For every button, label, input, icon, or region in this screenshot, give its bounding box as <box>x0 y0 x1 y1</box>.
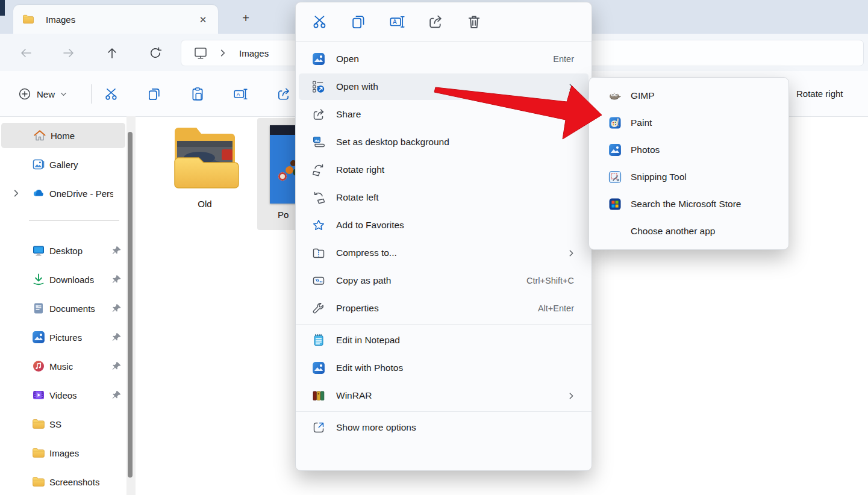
cut-button[interactable] <box>102 85 120 103</box>
paint-app-icon <box>608 116 622 129</box>
breadcrumb-this-pc[interactable] <box>193 46 208 60</box>
menu-item-edit-in-notepad[interactable]: Edit in Notepad <box>299 327 589 353</box>
copy-as-path-icon <box>312 274 325 287</box>
paste-button[interactable] <box>189 85 207 103</box>
videos-icon <box>32 388 45 402</box>
gallery-icon <box>32 158 45 171</box>
menu-item-open-with[interactable]: Open with <box>299 73 589 100</box>
submenu-item-paint[interactable]: Paint <box>592 109 785 136</box>
sidebar-item-screenshots[interactable]: Screenshots <box>0 469 125 494</box>
sidebar-item-onedrive[interactable]: OneDrive - Perso <box>0 181 125 206</box>
photos-app-icon <box>312 361 325 375</box>
submenu-item-choose-another-app[interactable]: Choose another app <box>592 217 785 244</box>
documents-icon <box>32 302 45 315</box>
context-menu: Open Enter Open with Share <box>295 2 592 471</box>
share-icon <box>312 108 325 121</box>
menu-item-properties[interactable]: Properties Alt+Enter <box>299 295 589 322</box>
sidebar-item-desktop[interactable]: Desktop <box>0 238 125 263</box>
new-button[interactable]: New <box>12 83 73 105</box>
menu-item-add-to-favorites[interactable]: Add to Favorites <box>299 212 589 238</box>
menu-item-open[interactable]: Open Enter <box>299 46 589 72</box>
refresh-button[interactable] <box>146 43 165 63</box>
context-menu-items: Open Enter Open with Share <box>296 42 592 441</box>
file-tile-old-folder[interactable]: Old <box>164 120 246 209</box>
close-tab-icon[interactable]: ✕ <box>195 12 211 28</box>
show-more-options-icon <box>312 421 325 434</box>
rename-button[interactable] <box>387 12 407 31</box>
forward-button[interactable] <box>59 43 78 63</box>
snipping-tool-app-icon <box>608 170 622 184</box>
back-button[interactable] <box>16 43 36 63</box>
pin-icon <box>112 332 122 342</box>
copy-button[interactable] <box>145 85 163 103</box>
trash-icon <box>466 14 482 30</box>
share-button[interactable] <box>426 12 445 31</box>
sidebar-item-music[interactable]: Music <box>0 353 125 379</box>
menu-item-copy-as-path[interactable]: Copy as path Ctrl+Shift+C <box>299 267 589 294</box>
downloads-icon <box>32 273 45 286</box>
copy-icon <box>351 14 366 30</box>
menu-item-share[interactable]: Share <box>299 101 589 128</box>
tab-title: Images <box>46 14 75 25</box>
rotate-right-toolbar-label[interactable]: Rotate right <box>796 89 843 99</box>
menu-item-set-desktop-background[interactable]: Set as desktop background <box>299 129 589 155</box>
up-button[interactable] <box>102 43 122 63</box>
sidebar-item-gallery[interactable]: Gallery <box>0 152 125 177</box>
share-button[interactable] <box>275 85 293 103</box>
breadcrumb-images[interactable]: Images <box>239 48 269 58</box>
toolbar-separator <box>91 84 92 104</box>
new-tab-button[interactable]: + <box>237 9 255 27</box>
folder-icon <box>32 417 45 431</box>
menu-item-winrar[interactable]: WinRAR <box>299 382 589 409</box>
sidebar-scrollbar-thumb[interactable] <box>128 132 133 478</box>
cut-icon <box>312 14 328 30</box>
rotate-left-icon <box>312 191 325 204</box>
sidebar-item-ss[interactable]: SS <box>0 411 125 437</box>
submenu-item-photos[interactable]: Photos <box>592 136 785 163</box>
delete-button[interactable] <box>464 12 484 31</box>
menu-item-edit-with-photos[interactable]: Edit with Photos <box>299 355 589 381</box>
notepad-app-icon <box>312 334 325 347</box>
background-window-fragment <box>0 0 5 16</box>
pool-ball <box>286 166 293 174</box>
cut-button[interactable] <box>310 12 329 31</box>
this-pc-icon <box>193 46 208 60</box>
photos-app-icon <box>312 52 325 66</box>
pin-icon <box>112 390 122 400</box>
folder-icon <box>22 13 34 25</box>
sidebar-item-videos[interactable]: Videos <box>0 382 125 408</box>
folder-icon <box>32 475 45 488</box>
menu-divider <box>296 411 592 412</box>
explorer-tab-images[interactable]: Images ✕ <box>13 5 218 34</box>
microsoft-store-app-icon <box>608 198 622 211</box>
rename-icon <box>389 14 405 30</box>
back-arrow-icon <box>19 46 33 60</box>
gimp-app-icon <box>608 89 622 102</box>
rename-button[interactable] <box>231 85 249 103</box>
sidebar-item-images[interactable]: Images <box>0 440 125 465</box>
compress-icon <box>312 246 325 260</box>
menu-item-show-more-options[interactable]: Show more options <box>299 414 589 441</box>
sidebar-item-home[interactable]: Home <box>1 123 125 148</box>
submenu-item-search-microsoft-store[interactable]: Search the Microsoft Store <box>592 190 785 217</box>
music-icon <box>32 360 45 373</box>
pin-icon <box>112 361 122 371</box>
submenu-item-snipping-tool[interactable]: Snipping Tool <box>592 163 785 190</box>
copy-button[interactable] <box>349 12 368 31</box>
menu-item-compress-to[interactable]: Compress to... <box>299 240 589 266</box>
sidebar-divider <box>29 220 119 221</box>
home-icon <box>33 129 46 142</box>
menu-item-rotate-left[interactable]: Rotate left <box>299 184 589 211</box>
submenu-item-gimp[interactable]: GIMP <box>592 82 785 109</box>
chevron-right-icon[interactable] <box>12 189 20 198</box>
menu-item-rotate-right[interactable]: Rotate right <box>299 157 589 183</box>
context-menu-quick-actions <box>296 2 592 42</box>
desktop-icon <box>32 244 45 257</box>
folder-thumbnail-icon <box>166 120 243 194</box>
open-with-icon <box>312 80 325 93</box>
submenu-chevron-icon <box>567 392 575 400</box>
sidebar-item-documents[interactable]: Documents <box>0 296 125 321</box>
sidebar-item-downloads[interactable]: Downloads <box>0 267 125 292</box>
sidebar-item-pictures[interactable]: Pictures <box>0 325 125 350</box>
plus-circle-icon <box>18 87 31 101</box>
